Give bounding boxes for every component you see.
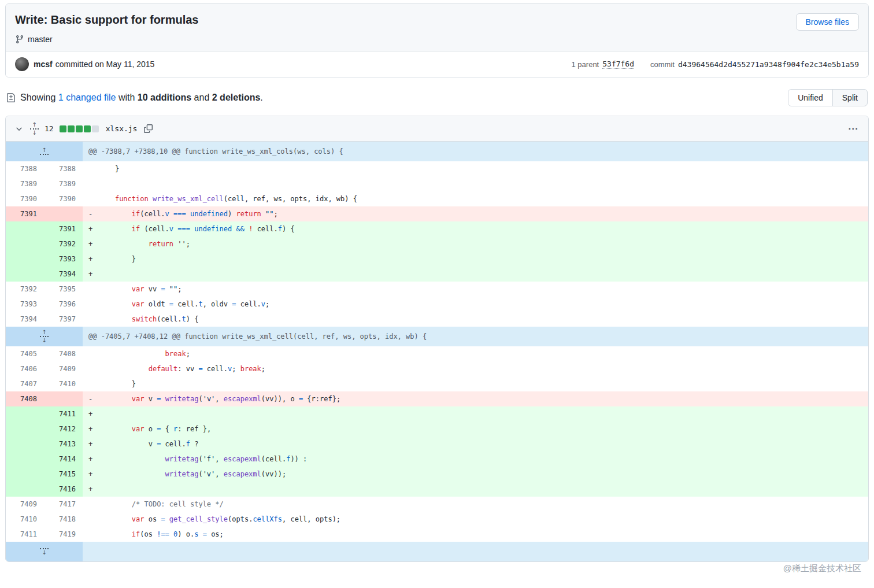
new-line-number[interactable] bbox=[44, 206, 83, 221]
changed-files-summary: Showing 1 changed file with 10 additions… bbox=[6, 89, 868, 106]
old-line-number[interactable] bbox=[6, 252, 44, 267]
unified-view-button[interactable]: Unified bbox=[788, 90, 832, 106]
old-line-number[interactable]: 7392 bbox=[6, 282, 44, 297]
new-line-number[interactable]: 7392 bbox=[44, 236, 83, 252]
new-line-number[interactable]: 7416 bbox=[44, 482, 83, 497]
code-segment: cell. bbox=[236, 300, 261, 308]
branch-name[interactable]: master bbox=[28, 35, 53, 44]
code-segment: , bbox=[215, 395, 223, 403]
old-line-number[interactable]: 7388 bbox=[6, 161, 44, 176]
collapse-file-button[interactable] bbox=[14, 124, 24, 134]
old-line-number[interactable]: 7408 bbox=[6, 391, 44, 406]
new-line-number[interactable]: 7389 bbox=[44, 176, 83, 191]
code-line: + bbox=[83, 406, 868, 421]
code-segment: ; bbox=[265, 300, 269, 308]
code-segment: 'v' bbox=[203, 470, 216, 478]
diff-row: 73937396 var oldt = cell.t, oldv = cell.… bbox=[6, 297, 868, 312]
split-view-button[interactable]: Split bbox=[832, 90, 867, 106]
old-line-number[interactable] bbox=[6, 221, 44, 236]
file-options-button[interactable]: ⋯ bbox=[847, 121, 860, 136]
code-segment bbox=[98, 315, 132, 323]
author-avatar[interactable] bbox=[15, 57, 29, 71]
new-line-number[interactable]: 7419 bbox=[44, 527, 83, 542]
expand-hunk-button[interactable]: ↑↓ bbox=[6, 327, 83, 346]
code-segment: ; bbox=[177, 285, 182, 293]
diff-row: 7413+ v = cell.f ? bbox=[6, 437, 868, 452]
code-segment: : ref }, bbox=[177, 425, 211, 433]
old-line-number[interactable]: 7411 bbox=[6, 527, 44, 542]
expand-all-icon[interactable]: ↑↓ bbox=[30, 122, 39, 136]
diff-row: 7394+ bbox=[6, 267, 868, 282]
old-line-number[interactable]: 7410 bbox=[6, 512, 44, 527]
new-line-number[interactable]: 7391 bbox=[44, 221, 83, 236]
diff-sign bbox=[88, 176, 98, 191]
summary-with: with bbox=[116, 93, 137, 103]
new-line-number[interactable]: 7395 bbox=[44, 282, 83, 297]
new-line-number[interactable]: 7408 bbox=[44, 346, 83, 361]
diff-sign: + bbox=[88, 467, 98, 482]
new-line-number[interactable]: 7414 bbox=[44, 452, 83, 467]
browse-files-button[interactable]: Browse files bbox=[796, 13, 859, 31]
summary-period: . bbox=[260, 93, 262, 103]
old-line-number[interactable]: 7405 bbox=[6, 346, 44, 361]
old-line-number[interactable] bbox=[6, 437, 44, 452]
old-line-number[interactable] bbox=[6, 267, 44, 282]
code-line: + bbox=[83, 482, 868, 497]
new-line-number[interactable]: 7410 bbox=[44, 376, 83, 391]
old-line-number[interactable] bbox=[6, 452, 44, 467]
old-line-number[interactable] bbox=[6, 236, 44, 252]
new-line-number[interactable]: 7390 bbox=[44, 191, 83, 206]
old-line-number[interactable] bbox=[6, 406, 44, 421]
new-line-number[interactable]: 7418 bbox=[44, 512, 83, 527]
author-name[interactable]: mcsf bbox=[34, 60, 53, 69]
old-line-number[interactable]: 7391 bbox=[6, 206, 44, 221]
code-segment: t bbox=[182, 315, 186, 323]
code-segment: (opts. bbox=[228, 515, 253, 523]
expand-hunk-button[interactable]: ↑ bbox=[6, 142, 83, 161]
new-line-number[interactable]: 7409 bbox=[44, 361, 83, 376]
new-line-number[interactable]: 7412 bbox=[44, 421, 83, 437]
code-segment: break bbox=[240, 365, 261, 373]
code-line bbox=[83, 176, 868, 191]
old-line-number[interactable] bbox=[6, 482, 44, 497]
code-segment: v bbox=[261, 300, 265, 308]
code-segment: {r:ref}; bbox=[303, 395, 340, 403]
new-line-number[interactable]: 7417 bbox=[44, 497, 83, 512]
new-line-number[interactable]: 7413 bbox=[44, 437, 83, 452]
diff-sign bbox=[88, 191, 98, 206]
code-line: + v = cell.f ? bbox=[83, 437, 868, 452]
old-line-number[interactable] bbox=[6, 467, 44, 482]
code-segment: (cell. bbox=[140, 210, 165, 218]
new-line-number[interactable]: 7394 bbox=[44, 267, 83, 282]
old-line-number[interactable]: 7406 bbox=[6, 361, 44, 376]
diff-sign: + bbox=[88, 406, 98, 421]
code-segment: = bbox=[203, 530, 207, 538]
old-line-number[interactable]: 7393 bbox=[6, 297, 44, 312]
old-line-number[interactable] bbox=[6, 421, 44, 437]
new-line-number[interactable]: 7397 bbox=[44, 312, 83, 327]
old-line-number[interactable]: 7389 bbox=[6, 176, 44, 191]
code-segment: (cell. bbox=[157, 315, 182, 323]
code-segment: 'v' bbox=[203, 395, 216, 403]
code-segment: cell. bbox=[173, 300, 198, 308]
old-line-number[interactable]: 7390 bbox=[6, 191, 44, 206]
copy-file-path-button[interactable] bbox=[143, 123, 154, 134]
expand-hunk-button[interactable]: ↓ bbox=[6, 542, 83, 561]
old-line-number[interactable]: 7409 bbox=[6, 497, 44, 512]
code-segment bbox=[98, 530, 132, 538]
new-line-number[interactable]: 7393 bbox=[44, 252, 83, 267]
code-segment bbox=[98, 455, 165, 463]
new-line-number[interactable]: 7415 bbox=[44, 467, 83, 482]
new-line-number[interactable] bbox=[44, 391, 83, 406]
old-line-number[interactable]: 7394 bbox=[6, 312, 44, 327]
code-segment: writetag bbox=[165, 470, 199, 478]
parent-sha-link[interactable]: 53f7f6d bbox=[602, 60, 634, 69]
new-line-number[interactable]: 7411 bbox=[44, 406, 83, 421]
code-segment: '' bbox=[177, 240, 186, 248]
old-line-number[interactable]: 7407 bbox=[6, 376, 44, 391]
new-line-number[interactable]: 7396 bbox=[44, 297, 83, 312]
file-name[interactable]: xlsx.js bbox=[106, 124, 138, 133]
new-line-number[interactable]: 7388 bbox=[44, 161, 83, 176]
code-segment bbox=[161, 395, 165, 403]
changed-files-link[interactable]: 1 changed file bbox=[58, 93, 116, 103]
